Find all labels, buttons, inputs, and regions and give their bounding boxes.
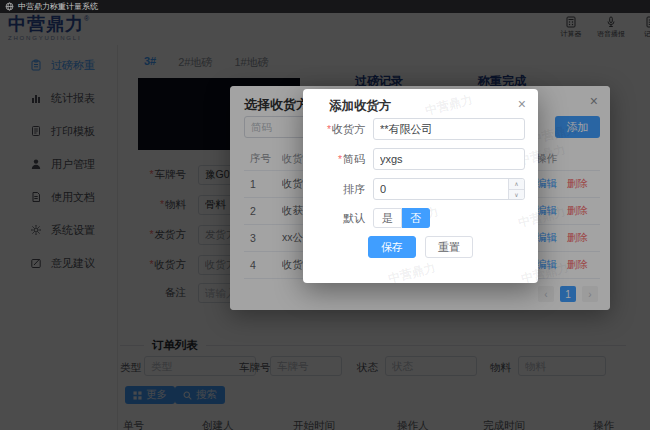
default-field-label: 默认 — [343, 212, 365, 224]
stepper-up-icon[interactable]: ∧ — [509, 179, 524, 190]
default-yes-toggle[interactable]: 是 — [373, 208, 402, 228]
dialog-actions: 保存 重置 — [368, 235, 525, 259]
screen: 中营鼎力称重计量系统 中营鼎力® ZHONGYUDINGLI 计算器 语音播报 … — [0, 0, 650, 430]
sort-field-label: 排序 — [343, 183, 365, 195]
add-receiver-dialog: 中营鼎力 中营鼎力 中营鼎力 中营鼎力 中营鼎力 中营鼎力 添加收货方 × *收… — [303, 89, 538, 283]
required-mark: * — [327, 123, 331, 135]
field-code: *简码 — [309, 147, 525, 171]
save-button[interactable]: 保存 — [368, 236, 416, 258]
field-receiver: *收货方 — [309, 117, 525, 141]
number-stepper: ∧ ∨ — [508, 179, 524, 199]
field-sort: 排序 ∧ ∨ — [309, 177, 525, 201]
short-code-input[interactable] — [373, 148, 525, 170]
receiver-field-label: 收货方 — [332, 123, 365, 135]
stepper-down-icon[interactable]: ∨ — [509, 190, 524, 200]
reset-button[interactable]: 重置 — [425, 236, 473, 258]
globe-icon — [5, 2, 14, 11]
watermark: 中营鼎力 — [424, 91, 475, 119]
code-field-label: 简码 — [343, 153, 365, 165]
browser-titlebar: 中营鼎力称重计量系统 — [0, 0, 650, 13]
field-default: 默认 是 否 — [309, 206, 525, 230]
close-icon[interactable]: × — [518, 97, 526, 111]
receiver-name-input[interactable] — [373, 118, 525, 140]
browser-title: 中营鼎力称重计量系统 — [18, 1, 98, 12]
default-no-toggle[interactable]: 否 — [402, 208, 430, 228]
required-mark: * — [338, 153, 342, 165]
sort-number-input[interactable] — [373, 178, 525, 200]
app-window: 中营鼎力® ZHONGYUDINGLI 计算器 语音播报 记录 过磅称重 — [0, 13, 650, 430]
add-dialog-title: 添加收货方 — [329, 98, 392, 115]
